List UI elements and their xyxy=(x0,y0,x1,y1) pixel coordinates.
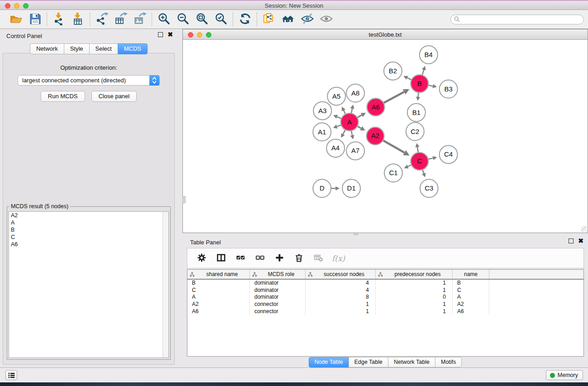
node-C4[interactable]: C4 xyxy=(440,145,458,163)
duplicate-network-button[interactable] xyxy=(262,12,276,27)
export-network-button[interactable] xyxy=(95,12,109,27)
column-header-shared-name[interactable]: shared name xyxy=(187,270,250,279)
refresh-button[interactable] xyxy=(238,12,252,27)
table-cell[interactable]: A xyxy=(187,294,250,301)
node-D[interactable]: D xyxy=(313,179,331,197)
table-cell[interactable]: 4 xyxy=(306,287,376,294)
tab-node-table[interactable]: Node Table xyxy=(309,357,349,367)
tab-select[interactable]: Select xyxy=(89,43,118,54)
table-cell[interactable]: 1 xyxy=(306,308,376,315)
node-C3[interactable]: C3 xyxy=(420,179,438,197)
table-cell[interactable]: 1 xyxy=(376,308,453,315)
table-cell[interactable]: 8 xyxy=(306,294,376,301)
memory-button[interactable]: Memory xyxy=(546,370,583,380)
node-A5[interactable]: A5 xyxy=(327,87,345,105)
column-header-name[interactable]: name xyxy=(453,270,489,279)
result-list-scrollbar[interactable] xyxy=(163,212,168,357)
hide-selected-button[interactable] xyxy=(300,12,314,27)
export-image-button[interactable] xyxy=(133,12,147,27)
node-B[interactable]: B xyxy=(411,75,428,92)
tab-network[interactable]: Network xyxy=(30,43,64,54)
network-canvas[interactable]: AA1A2A3A4A5A6A7A8BB1B2B3B4CC1C2C3C4DD1 xyxy=(183,40,588,233)
column-header-successor-nodes[interactable]: successor nodes xyxy=(306,270,376,279)
float-panel-icon[interactable] xyxy=(158,32,163,37)
close-panel-button[interactable]: Close panel xyxy=(91,91,137,102)
table-cell[interactable]: B xyxy=(453,280,489,287)
criterion-select[interactable]: largest connected component (directed) xyxy=(18,75,160,86)
zoom-out-button[interactable] xyxy=(176,12,190,27)
table-cell[interactable]: A6 xyxy=(187,308,250,315)
table-cell[interactable]: connector xyxy=(250,308,306,315)
tab-mcds[interactable]: MCDS xyxy=(118,43,148,54)
window-resize-grip[interactable] xyxy=(581,226,587,232)
node-A7[interactable]: A7 xyxy=(346,142,364,160)
tab-style[interactable]: Style xyxy=(64,43,90,54)
table-row[interactable]: A2connector11A2 xyxy=(187,301,583,308)
tab-motifs[interactable]: Motifs xyxy=(435,357,462,367)
node-A6[interactable]: A6 xyxy=(367,98,385,116)
column-header-predecessor-nodes[interactable]: predecessor nodes xyxy=(376,270,453,279)
run-mcds-button[interactable]: Run MCDS xyxy=(41,91,85,102)
table-cell[interactable]: B xyxy=(187,280,250,287)
result-item[interactable]: A6 xyxy=(9,241,168,248)
result-item[interactable]: A2 xyxy=(9,212,168,219)
table-row[interactable]: A6connector11A6 xyxy=(187,308,583,315)
node-A2[interactable]: A2 xyxy=(367,127,384,145)
table-cell[interactable]: C xyxy=(453,287,489,294)
result-item[interactable]: B xyxy=(9,226,168,234)
zoom-in-button[interactable] xyxy=(157,12,171,27)
node-A[interactable]: A xyxy=(341,113,359,131)
node-A8[interactable]: A8 xyxy=(346,84,364,102)
close-table-panel-icon[interactable]: ✖ xyxy=(578,238,583,243)
deselect-all-button[interactable] xyxy=(254,253,266,264)
table-row[interactable]: Cdominator41C xyxy=(187,287,583,294)
tab-edge-table[interactable]: Edge Table xyxy=(349,357,388,367)
select-all-button[interactable] xyxy=(234,253,246,264)
node-B1[interactable]: B1 xyxy=(407,104,425,122)
split-column-button[interactable] xyxy=(215,253,227,264)
table-cell[interactable]: connector xyxy=(250,301,306,308)
node-C[interactable]: C xyxy=(411,152,428,170)
table-cell[interactable]: dominator xyxy=(250,294,306,301)
table-cell[interactable]: 4 xyxy=(306,280,376,287)
table-cell[interactable]: dominator xyxy=(250,280,306,287)
close-panel-icon[interactable]: ✖ xyxy=(167,32,173,37)
import-network-button[interactable] xyxy=(52,12,66,27)
table-cell[interactable]: C xyxy=(187,287,250,294)
table-row[interactable]: Adominator80A xyxy=(187,294,583,301)
search-input[interactable] xyxy=(462,16,581,23)
node-B4[interactable]: B4 xyxy=(420,46,438,64)
export-table-button[interactable] xyxy=(114,12,128,27)
gear-button[interactable] xyxy=(196,253,207,264)
tab-network-table[interactable]: Network Table xyxy=(388,357,435,367)
node-B3[interactable]: B3 xyxy=(440,80,458,98)
node-A1[interactable]: A1 xyxy=(313,123,331,141)
zoom-selected-button[interactable] xyxy=(214,12,228,27)
node-B2[interactable]: B2 xyxy=(384,62,402,80)
zoom-fit-button[interactable] xyxy=(195,12,209,27)
table-cell[interactable]: 0 xyxy=(376,294,453,301)
table-row[interactable]: Bdominator41B xyxy=(187,280,583,287)
add-row-button[interactable] xyxy=(273,253,285,264)
table-cell[interactable]: A2 xyxy=(187,301,250,308)
show-all-button[interactable] xyxy=(319,12,333,27)
result-item[interactable]: A xyxy=(9,219,168,226)
node-A4[interactable]: A4 xyxy=(326,139,344,157)
table-cell[interactable]: A6 xyxy=(453,308,489,315)
table-cell[interactable]: 1 xyxy=(306,301,376,308)
open-file-button[interactable] xyxy=(9,12,23,27)
table-cell[interactable]: 1 xyxy=(376,287,453,294)
table-cell[interactable]: 1 xyxy=(376,280,453,287)
table-cell[interactable]: dominator xyxy=(250,287,306,294)
column-header-mcds-role[interactable]: MCDS role xyxy=(250,270,306,279)
float-table-panel-icon[interactable] xyxy=(569,238,574,243)
delete-row-button[interactable] xyxy=(293,253,305,264)
save-session-button[interactable] xyxy=(28,12,42,27)
table-cell[interactable]: 1 xyxy=(376,301,453,308)
table-cell[interactable]: A xyxy=(453,294,489,301)
table-cell[interactable]: A2 xyxy=(453,301,489,308)
result-item[interactable]: C xyxy=(9,234,168,241)
node-C2[interactable]: C2 xyxy=(406,123,424,141)
network-scroll-nub[interactable] xyxy=(182,196,186,203)
panel-list-button[interactable] xyxy=(5,370,17,380)
